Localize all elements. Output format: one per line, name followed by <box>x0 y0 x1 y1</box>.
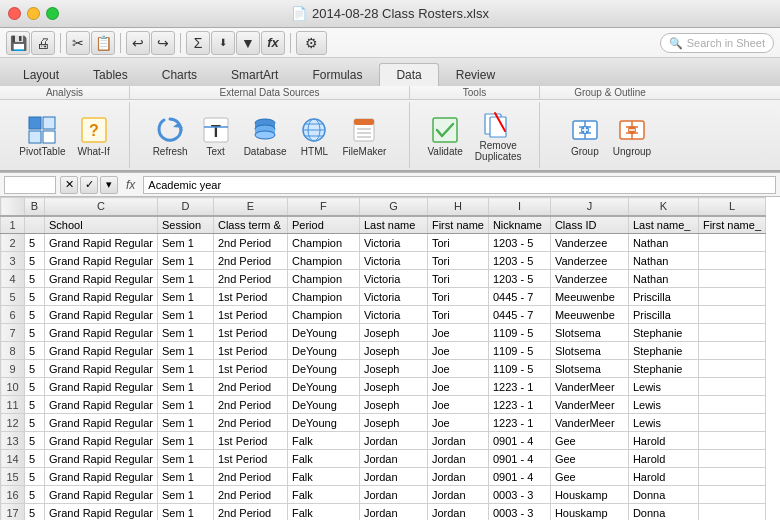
col-header-j[interactable]: J <box>550 198 628 216</box>
cell-b-10[interactable]: 5 <box>25 396 45 414</box>
cell-b-11[interactable]: 5 <box>25 414 45 432</box>
cell-d-11[interactable]: Sem 1 <box>157 414 213 432</box>
cell-g-4[interactable]: Victoria <box>359 288 427 306</box>
cell-g-9[interactable]: Joseph <box>359 378 427 396</box>
more-button[interactable]: ⚙ <box>296 31 327 55</box>
header-lastname[interactable]: Last name <box>359 216 427 234</box>
cell-e-16[interactable]: 2nd Period <box>213 504 287 521</box>
cell-l-13[interactable] <box>698 450 765 468</box>
redo-button[interactable]: ↪ <box>151 31 175 55</box>
search-box[interactable]: 🔍 Search in Sheet <box>660 33 774 53</box>
cell-i-4[interactable]: 0445 - 7 <box>488 288 550 306</box>
cell-l-5[interactable] <box>698 306 765 324</box>
database-button[interactable]: Database <box>240 112 291 159</box>
cell-b-3[interactable]: 5 <box>25 270 45 288</box>
formula-input[interactable] <box>143 176 776 194</box>
cell-b-16[interactable]: 5 <box>25 504 45 521</box>
print-button[interactable]: 🖨 <box>31 31 55 55</box>
cell-l-11[interactable] <box>698 414 765 432</box>
tab-layout[interactable]: Layout <box>6 63 76 86</box>
cell-d-6[interactable]: Sem 1 <box>157 324 213 342</box>
cell-e-3[interactable]: 2nd Period <box>213 270 287 288</box>
cell-j-6[interactable]: Slotsema <box>550 324 628 342</box>
maximize-button[interactable] <box>46 7 59 20</box>
undo-button[interactable]: ↩ <box>126 31 150 55</box>
cell-e-7[interactable]: 1st Period <box>213 342 287 360</box>
cell-f-16[interactable]: Falk <box>287 504 359 521</box>
cell-l-12[interactable] <box>698 432 765 450</box>
tab-charts[interactable]: Charts <box>145 63 214 86</box>
cell-k-10[interactable]: Lewis <box>628 396 698 414</box>
filter-button[interactable]: ▼ <box>236 31 260 55</box>
cell-k-7[interactable]: Stephanie <box>628 342 698 360</box>
cell-d-7[interactable]: Sem 1 <box>157 342 213 360</box>
header-session[interactable]: Session <box>157 216 213 234</box>
cell-k-5[interactable]: Priscilla <box>628 306 698 324</box>
cell-e-2[interactable]: 2nd Period <box>213 252 287 270</box>
cell-d-13[interactable]: Sem 1 <box>157 450 213 468</box>
cell-f-9[interactable]: DeYoung <box>287 378 359 396</box>
cell-h-5[interactable]: Tori <box>427 306 488 324</box>
cell-d-1[interactable]: Sem 1 <box>157 234 213 252</box>
cell-h-14[interactable]: Jordan <box>427 468 488 486</box>
cell-j-5[interactable]: Meeuwenbe <box>550 306 628 324</box>
header-classid[interactable]: Class ID <box>550 216 628 234</box>
header-period[interactable]: Period <box>287 216 359 234</box>
cell-f-12[interactable]: Falk <box>287 432 359 450</box>
cell-k-14[interactable]: Harold <box>628 468 698 486</box>
cell-g-11[interactable]: Joseph <box>359 414 427 432</box>
cell-i-5[interactable]: 0445 - 7 <box>488 306 550 324</box>
cell-d-2[interactable]: Sem 1 <box>157 252 213 270</box>
cell-g-2[interactable]: Victoria <box>359 252 427 270</box>
cell-e-1[interactable]: 2nd Period <box>213 234 287 252</box>
cell-d-5[interactable]: Sem 1 <box>157 306 213 324</box>
cell-d-9[interactable]: Sem 1 <box>157 378 213 396</box>
cell-c-12[interactable]: Grand Rapid Regular <box>45 432 158 450</box>
cell-g-5[interactable]: Victoria <box>359 306 427 324</box>
tab-tables[interactable]: Tables <box>76 63 145 86</box>
cell-h-7[interactable]: Joe <box>427 342 488 360</box>
col-header-l[interactable]: L <box>698 198 765 216</box>
cell-f-3[interactable]: Champion <box>287 270 359 288</box>
cell-j-15[interactable]: Houskamp <box>550 486 628 504</box>
cell-c-11[interactable]: Grand Rapid Regular <box>45 414 158 432</box>
cell-k-16[interactable]: Donna <box>628 504 698 521</box>
cell-l-8[interactable] <box>698 360 765 378</box>
cell-c-2[interactable]: Grand Rapid Regular <box>45 252 158 270</box>
cell-j-4[interactable]: Meeuwenbe <box>550 288 628 306</box>
cell-h-2[interactable]: Tori <box>427 252 488 270</box>
cell-j-13[interactable]: Gee <box>550 450 628 468</box>
cell-i-3[interactable]: 1203 - 5 <box>488 270 550 288</box>
cell-c-1[interactable]: Grand Rapid Regular <box>45 234 158 252</box>
cell-c-4[interactable]: Grand Rapid Regular <box>45 288 158 306</box>
cell-l-4[interactable] <box>698 288 765 306</box>
cell-j-10[interactable]: VanderMeer <box>550 396 628 414</box>
cell-i-15[interactable]: 0003 - 3 <box>488 486 550 504</box>
cell-b-2[interactable]: 5 <box>25 252 45 270</box>
cell-k-4[interactable]: Priscilla <box>628 288 698 306</box>
cell-l-14[interactable] <box>698 468 765 486</box>
cell-l-7[interactable] <box>698 342 765 360</box>
save-button[interactable]: 💾 <box>6 31 30 55</box>
cell-c-14[interactable]: Grand Rapid Regular <box>45 468 158 486</box>
cell-g-8[interactable]: Joseph <box>359 360 427 378</box>
cut-button[interactable]: ✂ <box>66 31 90 55</box>
cell-f-2[interactable]: Champion <box>287 252 359 270</box>
cell-g-1[interactable]: Victoria <box>359 234 427 252</box>
cell-e-5[interactable]: 1st Period <box>213 306 287 324</box>
group-button[interactable]: Group <box>565 112 605 159</box>
cell-i-6[interactable]: 1109 - 5 <box>488 324 550 342</box>
window-controls[interactable] <box>8 7 59 20</box>
cell-j-7[interactable]: Slotsema <box>550 342 628 360</box>
cell-f-13[interactable]: Falk <box>287 450 359 468</box>
cell-i-9[interactable]: 1223 - 1 <box>488 378 550 396</box>
cell-e-6[interactable]: 1st Period <box>213 324 287 342</box>
col-header-e[interactable]: E <box>213 198 287 216</box>
cell-c-8[interactable]: Grand Rapid Regular <box>45 360 158 378</box>
cell-l-15[interactable] <box>698 486 765 504</box>
cell-k-11[interactable]: Lewis <box>628 414 698 432</box>
cell-c-16[interactable]: Grand Rapid Regular <box>45 504 158 521</box>
cell-b-8[interactable]: 5 <box>25 360 45 378</box>
sum-button[interactable]: Σ <box>186 31 210 55</box>
cell-g-14[interactable]: Jordan <box>359 468 427 486</box>
